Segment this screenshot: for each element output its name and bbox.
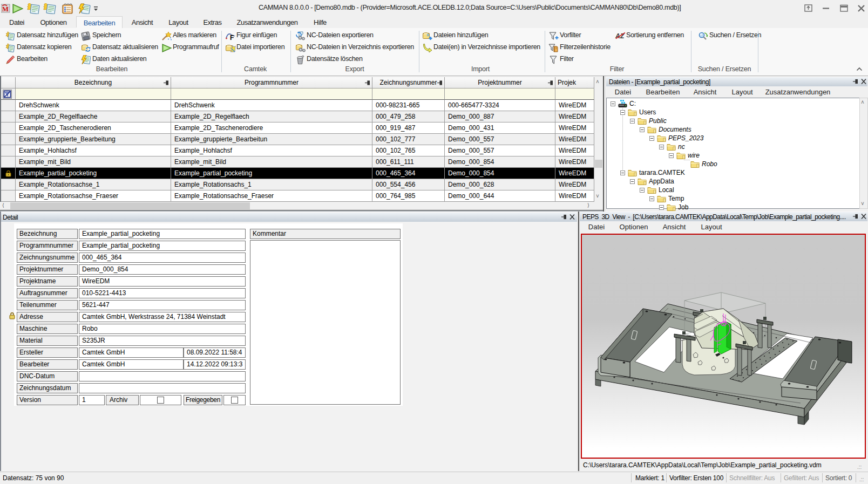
svg-text:M: M: [2, 5, 9, 13]
svg-text:F: F: [230, 34, 234, 41]
